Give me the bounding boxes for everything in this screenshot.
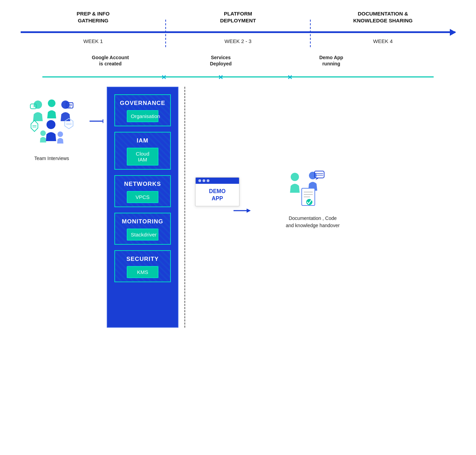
team-interviews-label: Team Interviews [34, 156, 69, 161]
divider-1 [165, 20, 166, 47]
security-card: SECURITY KMS [114, 250, 171, 282]
milestone-1: Google Accountis created [21, 54, 166, 70]
dot-3 [207, 179, 209, 182]
team-icon-group: ? [24, 97, 79, 152]
governance-title: GOVERNANCE [120, 100, 165, 107]
iam-badge: Cloud IAM [127, 148, 158, 166]
diagram-section: ? [0, 87, 476, 328]
phase-platform: PLATFORMDEPLOYMENT [166, 10, 311, 24]
svg-text:?: ? [32, 105, 34, 108]
dot-2 [203, 179, 205, 182]
demo-app-wrapper: DEMOAPP [195, 177, 240, 207]
milestone-2-label: ServicesDeployed [210, 54, 232, 68]
right-section: Documentation , Codeand knowledge handov… [254, 87, 344, 229]
dot-1 [198, 179, 201, 182]
svg-point-12 [46, 120, 55, 129]
svg-marker-21 [247, 209, 251, 213]
doc-icon-group [285, 169, 340, 211]
svg-point-16 [40, 130, 46, 136]
milestone-marker-3: ✕ [287, 74, 292, 81]
demo-app-label: DEMOAPP [196, 184, 239, 202]
monitoring-badge: Stackdriver [127, 229, 158, 241]
doc-label: Documentation , Codeand knowledge handov… [286, 215, 340, 229]
week-labels: WEEK 1 WEEK 2 - 3 WEEK 4 [21, 38, 455, 44]
milestone-1-label: Google Accountis created [92, 54, 129, 68]
phase-docs: DOCUMENTATION &KNOWLEDGE SHARING [310, 10, 455, 24]
timeline-bar-wrap [21, 30, 455, 35]
svg-marker-9 [31, 120, 38, 131]
demo-app-window: DEMOAPP [195, 177, 240, 207]
milestone-marker-1: ✕ [161, 74, 166, 81]
week-2-label: WEEK 2 - 3 [166, 38, 311, 44]
week-4-label: WEEK 4 [310, 38, 455, 44]
svg-point-0 [34, 100, 42, 109]
iam-card: IAM Cloud IAM [114, 132, 171, 170]
left-to-center-arrow-wrap [90, 87, 107, 125]
svg-point-4 [61, 100, 70, 109]
svg-point-3 [48, 99, 55, 107]
governance-badge: Organisation [127, 110, 158, 122]
left-to-center-arrow-icon [90, 118, 103, 125]
networks-title: NETWORKS [120, 181, 165, 188]
center-box: GOVERNANCE Organisation IAM Cloud IAM NE… [107, 87, 178, 328]
milestone-row: Google Accountis created ServicesDeploye… [21, 54, 455, 70]
right-dashed-border [184, 87, 185, 328]
center-to-right-arrow-icon [234, 207, 251, 214]
documentation-icon [285, 169, 339, 209]
monitoring-card: MONITORING Stackdriver [114, 213, 171, 245]
milestone-marker-2: ✕ [218, 74, 223, 81]
center-platform-section: GOVERNANCE Organisation IAM Cloud IAM NE… [107, 87, 178, 328]
milestone-3-label: Demo Apprunning [319, 54, 343, 68]
networks-card: NETWORKS VPCS [114, 175, 171, 207]
svg-point-17 [58, 131, 63, 137]
phase-prep: PREP & INFOGATHERING [21, 10, 166, 24]
svg-point-22 [291, 173, 299, 181]
governance-card: GOVERNANCE Organisation [114, 94, 171, 126]
security-title: SECURITY [120, 256, 165, 263]
team-interviews-icon: ? [24, 97, 79, 149]
week-1-label: WEEK 1 [21, 38, 166, 44]
monitoring-title: MONITORING [120, 218, 165, 225]
networks-badge: VPCS [127, 191, 158, 203]
iam-title: IAM [120, 137, 165, 144]
left-section: ? [14, 87, 90, 161]
milestone-2: ServicesDeployed [166, 54, 276, 70]
timeline-section: PREP & INFOGATHERING PLATFORMDEPLOYMENT … [0, 0, 476, 80]
timeline-bar [21, 31, 455, 33]
security-badge: KMS [127, 266, 158, 278]
divider-2 [310, 20, 311, 47]
svg-marker-19 [103, 119, 103, 123]
demo-app-titlebar [196, 178, 239, 184]
milestone-3: Demo Apprunning [276, 54, 455, 70]
phase-labels: PREP & INFOGATHERING PLATFORMDEPLOYMENT … [21, 10, 455, 24]
